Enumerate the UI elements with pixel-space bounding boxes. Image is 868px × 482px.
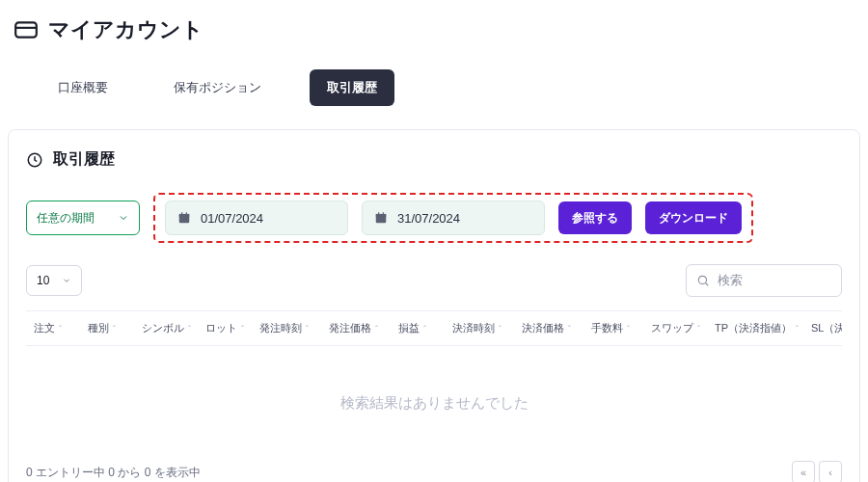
search-icon xyxy=(696,274,710,287)
svg-rect-4 xyxy=(179,214,190,217)
history-panel: 取引履歴 任意の期間 01/07/2024 31/07/2024 参照する xyxy=(8,129,860,482)
period-select-label: 任意の期間 xyxy=(37,210,95,227)
date-range-highlight: 01/07/2024 31/07/2024 参照する ダウンロード xyxy=(153,193,753,243)
page-size-value: 10 xyxy=(37,274,49,287)
date-from-value: 01/07/2024 xyxy=(201,211,263,226)
th-order[interactable]: 注文ˆ xyxy=(26,321,80,335)
svg-point-11 xyxy=(698,276,706,283)
chevron-down-icon xyxy=(62,276,71,285)
page-title: マイアカウント xyxy=(48,15,203,44)
th-tp[interactable]: TP（決済指値）ˆ xyxy=(707,321,803,335)
tab-account-summary[interactable]: 口座概要 xyxy=(41,69,125,106)
pager: « ‹ xyxy=(788,461,842,482)
tab-positions[interactable]: 保有ポジション xyxy=(156,69,279,106)
pager-prev[interactable]: ‹ xyxy=(819,461,842,482)
th-open-price[interactable]: 発注価格ˆ xyxy=(321,321,391,335)
chevron-down-icon xyxy=(118,212,129,224)
tab-history[interactable]: 取引履歴 xyxy=(310,69,394,106)
sort-icon: ˆ xyxy=(59,324,62,334)
page-header: マイアカウント xyxy=(0,0,868,52)
date-to-value: 31/07/2024 xyxy=(397,211,460,226)
sort-icon: ˆ xyxy=(697,324,700,334)
period-select[interactable]: 任意の期間 xyxy=(26,201,140,235)
th-lot[interactable]: ロットˆ xyxy=(198,321,252,335)
th-sl[interactable]: SL（決済 xyxy=(803,321,842,335)
search-input[interactable]: 検索 xyxy=(686,264,842,297)
th-pnl[interactable]: 損益ˆ xyxy=(391,321,445,335)
filters-row: 任意の期間 01/07/2024 31/07/2024 参照する ダウンロード xyxy=(26,193,842,243)
th-open-time[interactable]: 発注時刻ˆ xyxy=(252,321,321,335)
calendar-icon xyxy=(374,211,388,225)
date-from-input[interactable]: 01/07/2024 xyxy=(165,201,348,235)
th-close-price[interactable]: 決済価格ˆ xyxy=(514,321,583,335)
tabs: 口座概要 保有ポジション 取引履歴 xyxy=(0,52,868,129)
table-footer: 0 エントリー中 0 から 0 を表示中 « ‹ xyxy=(26,451,842,482)
date-to-input[interactable]: 31/07/2024 xyxy=(362,201,545,235)
sort-icon: ˆ xyxy=(499,324,502,334)
sort-icon: ˆ xyxy=(796,324,799,334)
search-placeholder: 検索 xyxy=(718,272,743,289)
svg-rect-8 xyxy=(376,214,387,217)
page-size-select[interactable]: 10 xyxy=(26,265,82,296)
pager-first[interactable]: « xyxy=(792,461,815,482)
panel-header: 取引履歴 xyxy=(26,149,842,170)
empty-state: 検索結果はありませんでした xyxy=(26,346,842,451)
sort-icon: ˆ xyxy=(375,324,378,334)
th-type[interactable]: 種別ˆ xyxy=(80,321,134,335)
th-symbol[interactable]: シンボルˆ xyxy=(134,321,198,335)
sort-icon: ˆ xyxy=(113,324,116,334)
sort-icon: ˆ xyxy=(568,324,571,334)
footer-count: 0 エントリー中 0 から 0 を表示中 xyxy=(26,465,201,481)
sort-icon: ˆ xyxy=(306,324,309,334)
sort-icon: ˆ xyxy=(241,324,244,334)
card-icon xyxy=(14,17,39,42)
sort-icon: ˆ xyxy=(188,324,191,334)
query-button[interactable]: 参照する xyxy=(558,201,632,234)
download-button[interactable]: ダウンロード xyxy=(645,201,742,234)
svg-rect-0 xyxy=(15,22,37,37)
table-controls: 10 検索 xyxy=(26,264,842,297)
calendar-icon xyxy=(177,211,191,225)
th-close-time[interactable]: 決済時刻ˆ xyxy=(445,321,514,335)
sort-icon: ˆ xyxy=(627,324,630,334)
th-commission[interactable]: 手数料ˆ xyxy=(583,321,643,335)
th-swap[interactable]: スワップˆ xyxy=(643,321,707,335)
sort-icon: ˆ xyxy=(423,324,426,334)
table-header: 注文ˆ 種別ˆ シンボルˆ ロットˆ 発注時刻ˆ 発注価格ˆ 損益ˆ 決済時刻ˆ… xyxy=(26,310,842,346)
panel-title: 取引履歴 xyxy=(53,149,115,170)
clock-icon xyxy=(26,151,43,169)
svg-line-12 xyxy=(705,282,708,285)
